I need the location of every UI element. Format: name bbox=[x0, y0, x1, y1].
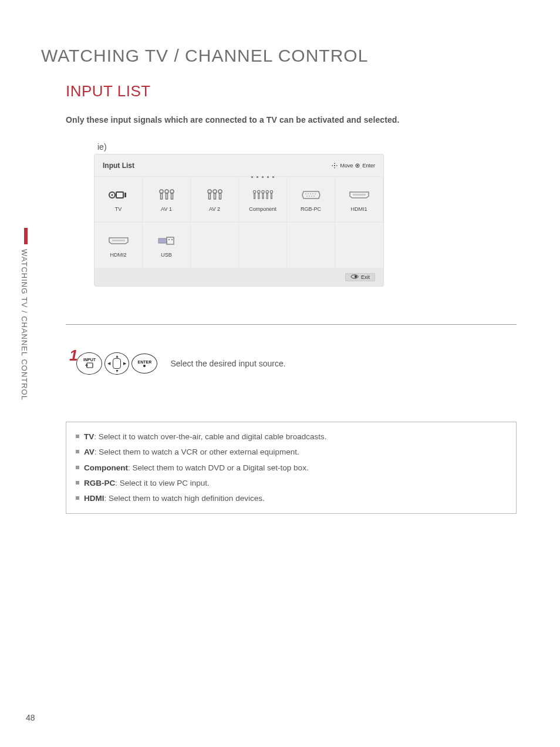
rca-3-icon bbox=[156, 187, 177, 203]
svg-rect-22 bbox=[258, 193, 259, 198]
enter-button-label: ENTER bbox=[138, 360, 152, 364]
svg-rect-46 bbox=[87, 363, 93, 368]
vga-icon bbox=[301, 187, 322, 203]
svg-point-7 bbox=[160, 190, 163, 193]
svg-point-37 bbox=[313, 196, 315, 197]
svg-rect-16 bbox=[214, 193, 215, 199]
intro-text: Only these input signals which are conne… bbox=[66, 115, 399, 124]
input-cell-av1[interactable]: AV 1 bbox=[143, 177, 191, 223]
svg-point-35 bbox=[309, 196, 310, 197]
input-button-label: INPUT bbox=[83, 358, 96, 362]
svg-rect-20 bbox=[254, 193, 255, 198]
svg-point-15 bbox=[213, 190, 217, 193]
svg-rect-12 bbox=[171, 193, 173, 199]
def-item-tv: TV: Select it to watch over-the-air, cab… bbox=[76, 429, 507, 445]
page-title: WATCHING TV / CHANNEL CONTROL bbox=[41, 46, 368, 66]
step-row: 1 INPUT ▲ ▼ ◀ ▶ ENTER Select the desired… bbox=[69, 352, 286, 375]
svg-point-4 bbox=[111, 194, 113, 196]
usb-icon bbox=[156, 233, 177, 248]
svg-point-31 bbox=[310, 193, 311, 194]
svg-rect-26 bbox=[266, 193, 268, 198]
svg-point-36 bbox=[311, 196, 312, 197]
input-cell-av2[interactable]: AV 2 bbox=[191, 177, 239, 223]
page-number: 48 bbox=[26, 713, 35, 722]
input-label: HDMI1 bbox=[350, 206, 367, 212]
input-label: HDMI2 bbox=[110, 252, 126, 258]
exit-hint[interactable]: Exit bbox=[345, 273, 375, 281]
svg-point-13 bbox=[208, 190, 211, 193]
exit-icon bbox=[350, 274, 359, 280]
svg-point-25 bbox=[265, 190, 268, 193]
svg-point-30 bbox=[308, 193, 309, 194]
svg-rect-24 bbox=[262, 193, 264, 198]
svg-point-2 bbox=[357, 164, 358, 166]
input-cell-empty bbox=[191, 223, 239, 268]
input-cell-hdmi2[interactable]: HDMI2 bbox=[95, 223, 143, 268]
nav-center bbox=[113, 358, 121, 369]
arrow-left-icon: ◀ bbox=[107, 361, 110, 366]
panel-header: Input List Move Enter bbox=[95, 154, 383, 177]
svg-rect-43 bbox=[171, 239, 173, 240]
def-item-av: AV: Select them to watch a VCR or other … bbox=[76, 445, 507, 460]
def-item-rgbpc: RGB-PC: Select it to view PC input. bbox=[76, 476, 507, 491]
svg-point-45 bbox=[355, 275, 357, 278]
example-label: ie) bbox=[97, 142, 107, 152]
svg-point-21 bbox=[257, 190, 260, 193]
remote-nav-button: ▲ ▼ ◀ ▶ bbox=[104, 352, 129, 375]
section-title: INPUT LIST bbox=[66, 82, 151, 100]
svg-point-23 bbox=[261, 190, 264, 193]
input-button-icon bbox=[85, 362, 93, 370]
input-cell-empty bbox=[287, 223, 335, 268]
svg-rect-18 bbox=[219, 193, 221, 199]
input-label: Component bbox=[249, 206, 276, 212]
input-cell-empty bbox=[335, 223, 383, 268]
definitions-box: TV: Select it to watch over-the-air, cab… bbox=[66, 422, 517, 514]
input-label: AV 1 bbox=[161, 206, 172, 212]
input-cell-component[interactable]: Component bbox=[239, 177, 287, 223]
input-cell-hdmi1[interactable]: HDMI1 bbox=[335, 177, 383, 223]
rca-5-icon bbox=[252, 187, 274, 203]
input-cell-rgbpc[interactable]: RGB-PC bbox=[287, 177, 335, 223]
svg-rect-38 bbox=[353, 194, 366, 196]
input-list-panel: Input List Move Enter TV bbox=[94, 154, 384, 287]
svg-rect-42 bbox=[168, 239, 170, 240]
move-icon bbox=[332, 163, 338, 169]
def-item-component: Component: Select them to watch DVD or a… bbox=[76, 460, 507, 476]
svg-rect-8 bbox=[160, 193, 162, 199]
svg-point-17 bbox=[218, 190, 222, 193]
remote-enter-button: ENTER bbox=[131, 354, 157, 374]
divider bbox=[66, 324, 517, 325]
remote-input-button: INPUT bbox=[76, 352, 102, 375]
input-cell-tv[interactable]: TV bbox=[95, 177, 143, 223]
def-item-hdmi: HDMI: Select them to watch high definiti… bbox=[76, 491, 507, 506]
hdmi-icon bbox=[349, 187, 370, 203]
svg-point-19 bbox=[253, 190, 256, 193]
svg-point-11 bbox=[170, 190, 174, 193]
arrow-up-icon: ▲ bbox=[115, 354, 119, 358]
svg-rect-5 bbox=[116, 192, 123, 198]
panel-hints: Move Enter bbox=[332, 163, 375, 169]
input-cell-usb[interactable]: USB bbox=[143, 223, 191, 268]
enter-dot-icon bbox=[143, 365, 146, 367]
panel-footer: Exit bbox=[95, 268, 383, 286]
svg-rect-28 bbox=[271, 193, 272, 198]
exit-label: Exit bbox=[361, 274, 370, 280]
tv-icon bbox=[108, 187, 129, 203]
svg-rect-6 bbox=[124, 193, 126, 197]
rca-3-icon bbox=[204, 187, 225, 203]
input-cell-empty bbox=[239, 223, 287, 268]
input-label: AV 2 bbox=[209, 206, 220, 212]
svg-point-34 bbox=[306, 196, 308, 197]
svg-rect-40 bbox=[158, 238, 167, 243]
input-grid: TV AV 1 bbox=[95, 177, 383, 268]
svg-point-33 bbox=[315, 193, 316, 194]
svg-rect-14 bbox=[208, 193, 210, 199]
step-instruction: Select the desired input source. bbox=[170, 359, 285, 368]
input-label: USB bbox=[161, 252, 172, 258]
input-label: RGB-PC bbox=[301, 206, 321, 212]
arrow-down-icon: ▼ bbox=[115, 369, 119, 373]
enter-dot-icon bbox=[355, 163, 360, 168]
svg-point-9 bbox=[165, 190, 168, 193]
selected-indicator bbox=[239, 176, 286, 178]
side-tab bbox=[24, 228, 28, 244]
